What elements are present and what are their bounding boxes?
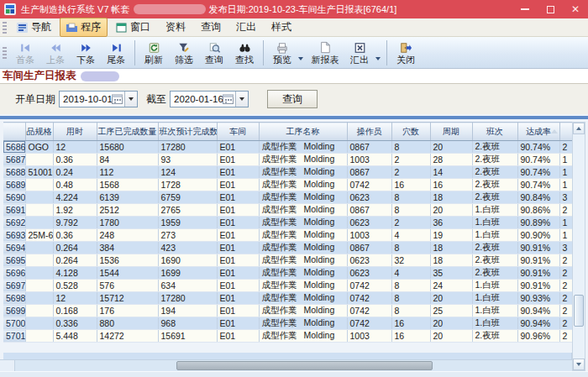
cell-spec[interactable]	[25, 254, 53, 267]
cell-rate[interactable]: 90.84%	[517, 191, 559, 204]
next-record-button[interactable]: 下条	[71, 38, 101, 68]
row-number[interactable]: 5689	[3, 179, 25, 191]
cell-ws[interactable]: E01	[217, 280, 259, 292]
cell-extra[interactable]: 2	[559, 204, 572, 217]
preview-button[interactable]: 预览	[267, 38, 297, 68]
cell-cyc[interactable]: 35	[430, 267, 472, 280]
cell-rate[interactable]: 90.91%	[517, 267, 559, 280]
cell-spec[interactable]: 510010	[25, 166, 53, 179]
cell-hours[interactable]: 0.48	[53, 179, 97, 191]
row-number[interactable]: 5698	[3, 292, 25, 305]
cell-shift[interactable]: 2.夜班	[472, 191, 517, 204]
horizontal-scroll-thumb[interactable]	[176, 361, 433, 370]
cell-done[interactable]: 248	[97, 229, 158, 242]
cell-extra[interactable]: 1	[559, 166, 572, 179]
calendar-icon[interactable]	[112, 94, 123, 104]
scroll-up-arrow[interactable]	[573, 123, 585, 134]
cell-cav[interactable]: 8	[391, 141, 430, 154]
refresh-button[interactable]: 刷新	[139, 38, 169, 68]
cell-spec[interactable]	[25, 217, 53, 229]
cell-cav[interactable]: 4	[391, 229, 430, 242]
cell-done[interactable]: 1780	[97, 217, 158, 229]
col-header-partial[interactable]	[559, 123, 572, 141]
cell-shift[interactable]: 2.夜班	[472, 179, 517, 191]
cell-hours[interactable]: 0.528	[53, 280, 97, 292]
cell-extra[interactable]: 2	[559, 317, 572, 330]
export-dropdown-arrow[interactable]	[375, 57, 381, 60]
cell-cav[interactable]: 4	[391, 267, 430, 280]
col-header-operator[interactable]: 操作员	[347, 123, 391, 141]
cell-ws[interactable]: E01	[217, 204, 259, 217]
cell-spec[interactable]: 25M-61	[25, 229, 53, 242]
cell-shift[interactable]: 1.白班	[472, 292, 517, 305]
cell-plan[interactable]: 93	[158, 154, 217, 166]
cell-op[interactable]: 1003	[347, 229, 391, 242]
table-row[interactable]: 56990.168176194E01成型作業Molding07428251.白班…	[3, 305, 572, 317]
cell-process[interactable]: 成型作業Molding	[259, 242, 347, 254]
cell-rate[interactable]: 90.93%	[517, 292, 559, 305]
cell-hours[interactable]: 4.128	[53, 267, 97, 280]
cell-hours[interactable]: 0.168	[53, 305, 97, 317]
close-button[interactable]: 关闭	[391, 38, 421, 68]
date-to-input[interactable]	[171, 94, 223, 104]
cell-ws[interactable]: E01	[217, 242, 259, 254]
cell-cav[interactable]: 2	[391, 166, 430, 179]
row-number[interactable]: 5691	[3, 204, 25, 217]
cell-op[interactable]: 0742	[347, 292, 391, 305]
cell-ws[interactable]: E01	[217, 305, 259, 317]
cell-ws[interactable]: E01	[217, 154, 259, 166]
menu-item-style[interactable]: 样式	[265, 18, 298, 37]
cell-ws[interactable]: E01	[217, 191, 259, 204]
cell-op[interactable]: 0623	[347, 254, 391, 267]
cell-process[interactable]: 成型作業Molding	[259, 254, 347, 267]
cell-ws[interactable]: E01	[217, 254, 259, 267]
cell-ws[interactable]: E01	[217, 217, 259, 229]
cell-cyc[interactable]: 19	[430, 229, 472, 242]
table-row[interactable]: 56904.22461396759E01成型作業Molding06238182.…	[3, 191, 572, 204]
cell-plan[interactable]: 1959	[158, 217, 217, 229]
cell-plan[interactable]: 968	[158, 317, 217, 330]
cell-ws[interactable]: E01	[217, 267, 259, 280]
col-header-shift[interactable]: 班次	[472, 123, 517, 141]
row-number[interactable]: 5701	[3, 330, 25, 343]
cell-cav[interactable]: 8	[391, 242, 430, 254]
cell-done[interactable]: 576	[97, 280, 158, 292]
cell-op[interactable]: 0867	[347, 204, 391, 217]
col-header-spec[interactable]: 品规格	[25, 123, 53, 141]
calendar-icon[interactable]	[223, 94, 234, 104]
toolbar-grip[interactable]	[3, 47, 7, 59]
row-number[interactable]: 5687	[3, 154, 25, 166]
cell-cyc[interactable]: 18	[430, 254, 472, 267]
query-submit-button[interactable]: 查询	[267, 90, 318, 108]
cell-shift[interactable]: 1.白班	[472, 204, 517, 217]
cell-done[interactable]: 6139	[97, 191, 158, 204]
cell-shift[interactable]: 2.夜班	[472, 166, 517, 179]
cell-extra[interactable]: 1	[559, 179, 572, 191]
cell-spec[interactable]	[25, 154, 53, 166]
scroll-down-arrow[interactable]	[573, 359, 585, 370]
cell-plan[interactable]: 17280	[158, 292, 217, 305]
menu-item-data[interactable]: 资料	[159, 18, 192, 37]
cell-rate[interactable]: 90.91%	[517, 280, 559, 292]
maximize-button[interactable]	[538, 0, 563, 18]
cell-extra[interactable]: 2	[559, 292, 572, 305]
table-row[interactable]: 56911.9225122765E01成型作業Molding08678201.白…	[3, 204, 572, 217]
menu-item-navigation[interactable]: 导航	[10, 18, 58, 37]
cell-cav[interactable]: 32	[391, 254, 430, 267]
cell-rate[interactable]: 90.74%	[517, 166, 559, 179]
cell-extra[interactable]: 2	[559, 280, 572, 292]
date-to-dropdown-arrow[interactable]	[235, 92, 248, 107]
cell-shift[interactable]: 2.夜班	[472, 267, 517, 280]
cell-rate[interactable]: 90.90%	[517, 229, 559, 242]
cell-hours[interactable]: 0.24	[53, 166, 97, 179]
cell-spec[interactable]	[25, 305, 53, 317]
cell-ws[interactable]: E01	[217, 330, 259, 343]
cell-cav[interactable]: 2	[391, 217, 430, 229]
cell-rate[interactable]: 90.96%	[517, 330, 559, 343]
cell-cyc[interactable]: 20	[430, 330, 472, 343]
cell-shift[interactable]: 2.夜班	[472, 330, 517, 343]
horizontal-scrollbar[interactable]	[0, 359, 572, 371]
date-from-dropdown-arrow[interactable]	[124, 92, 137, 107]
cell-process[interactable]: 成型作業Molding	[259, 229, 347, 242]
last-record-button[interactable]: 尾条	[101, 38, 131, 68]
